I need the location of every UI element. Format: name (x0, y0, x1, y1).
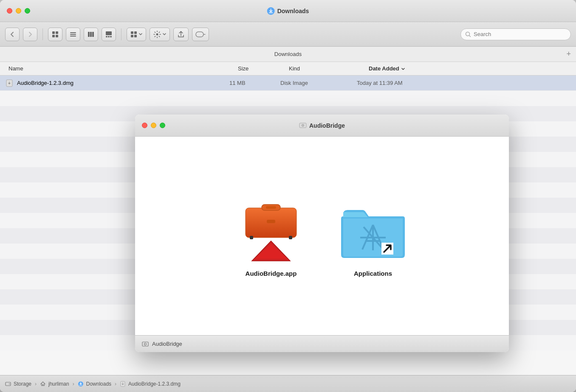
breadcrumb-downloads: Downloads (86, 381, 111, 387)
breadcrumb-storage: Storage (14, 381, 31, 387)
svg-rect-7 (70, 36, 76, 36)
svg-rect-12 (106, 36, 107, 37)
breadcrumb-user: jhurliman (48, 381, 69, 387)
folder-icon-svg (339, 195, 407, 263)
share-button[interactable] (173, 28, 189, 41)
audiobridge-app-item[interactable]: AudioBridge.app (237, 195, 305, 277)
breadcrumb-file: AudioBridge-1.2.3.dmg (128, 381, 181, 387)
maximize-button[interactable] (25, 8, 30, 14)
dmg-content: AudioBridge.app (135, 137, 509, 335)
svg-rect-33 (250, 236, 253, 239)
search-box[interactable] (460, 28, 571, 40)
svg-rect-34 (289, 236, 292, 239)
svg-rect-15 (131, 31, 133, 34)
col-name-header[interactable]: Name (0, 65, 238, 72)
path-bar: Downloads + (0, 47, 576, 62)
svg-rect-16 (134, 31, 137, 34)
dmg-disk-icon (142, 341, 149, 347)
svg-rect-19 (196, 32, 203, 37)
view-gallery-icon (105, 31, 112, 38)
forward-icon (27, 31, 34, 38)
applications-folder-item[interactable]: Applications (339, 195, 407, 277)
view-icons-button[interactable] (48, 28, 62, 41)
dmg-minimize-button[interactable] (151, 123, 156, 128)
app-icon (237, 195, 305, 263)
svg-rect-13 (108, 36, 110, 37)
dmg-window-title: AudioBridge (299, 122, 345, 129)
svg-point-23 (9, 384, 10, 384)
sort-arrow-icon (401, 67, 405, 71)
folder-label: Applications (354, 270, 392, 277)
window-title-text: Downloads (277, 8, 309, 14)
minimize-button[interactable] (16, 8, 21, 14)
folder-icon (339, 195, 407, 263)
add-tab-button[interactable]: + (566, 50, 571, 59)
app-label: AudioBridge.app (246, 270, 297, 277)
group-button[interactable] (127, 28, 146, 41)
table-row[interactable]: AudioBridge-1.2.3.dmg 11 MB Disk Image T… (0, 76, 576, 91)
breadcrumb-sep-3: › (115, 381, 116, 387)
svg-rect-11 (106, 31, 112, 35)
svg-rect-5 (70, 32, 76, 33)
svg-rect-4 (56, 35, 58, 37)
view-columns-icon (88, 31, 94, 38)
search-icon (465, 31, 471, 37)
svg-rect-22 (6, 382, 11, 386)
svg-rect-44 (142, 342, 148, 346)
dmg-title-text: AudioBridge (309, 122, 345, 129)
storage-icon (5, 381, 11, 387)
close-button[interactable] (7, 8, 12, 14)
gear-icon (153, 31, 161, 38)
column-headers: Name Size Kind Date Added (0, 62, 576, 76)
svg-rect-17 (131, 35, 133, 37)
tag-button[interactable] (192, 28, 209, 41)
title-bar: Downloads (0, 0, 576, 22)
svg-rect-9 (90, 32, 92, 37)
window-title-icon (267, 7, 275, 15)
svg-rect-1 (52, 31, 55, 34)
view-list-button[interactable] (66, 28, 80, 41)
svg-rect-18 (134, 35, 137, 37)
breadcrumb-sep-2: › (73, 381, 74, 387)
svg-rect-32 (267, 220, 275, 223)
svg-rect-14 (110, 36, 112, 37)
forward-button[interactable] (23, 28, 37, 41)
path-bar-label: Downloads (274, 51, 302, 57)
toolbar (0, 22, 576, 47)
dmg-traffic-lights (142, 123, 165, 128)
dmg-maximize-button[interactable] (160, 123, 165, 128)
dmg-close-button[interactable] (142, 123, 147, 128)
view-columns-button[interactable] (84, 28, 98, 41)
back-button[interactable] (5, 28, 20, 41)
action-button[interactable] (150, 28, 170, 41)
col-size-header[interactable]: Size (238, 65, 289, 72)
view-icons-icon (52, 31, 59, 38)
dmg-disk-label: AudioBridge (152, 341, 182, 347)
group-icon (130, 31, 137, 38)
svg-rect-8 (88, 32, 90, 37)
downloads-icon (78, 381, 84, 387)
file-name: AudioBridge-1.2.3.dmg (17, 80, 229, 86)
traffic-lights (7, 8, 30, 14)
file-kind: Disk Image (280, 80, 357, 86)
tag-icon (196, 31, 205, 37)
breadcrumb-sep-1: › (35, 381, 37, 387)
file-icon (5, 79, 14, 87)
dmg-window: AudioBridge (135, 115, 509, 352)
dmg-title-bar: AudioBridge (135, 115, 509, 137)
group-dropdown-icon (139, 33, 142, 36)
window-title: Downloads (267, 7, 309, 15)
col-kind-header[interactable]: Kind (289, 65, 365, 72)
home-icon (40, 381, 46, 387)
svg-rect-2 (56, 31, 58, 34)
col-date-header[interactable]: Date Added (365, 65, 576, 72)
view-list-icon (70, 31, 76, 38)
svg-point-45 (144, 343, 147, 345)
view-gallery-button[interactable] (102, 28, 116, 41)
file-size: 11 MB (229, 80, 280, 86)
dmg-bottom-bar: AudioBridge (135, 335, 509, 352)
search-input[interactable] (474, 31, 566, 37)
svg-marker-36 (255, 244, 287, 259)
app-icon-svg (237, 195, 305, 263)
action-dropdown-icon (163, 33, 166, 36)
